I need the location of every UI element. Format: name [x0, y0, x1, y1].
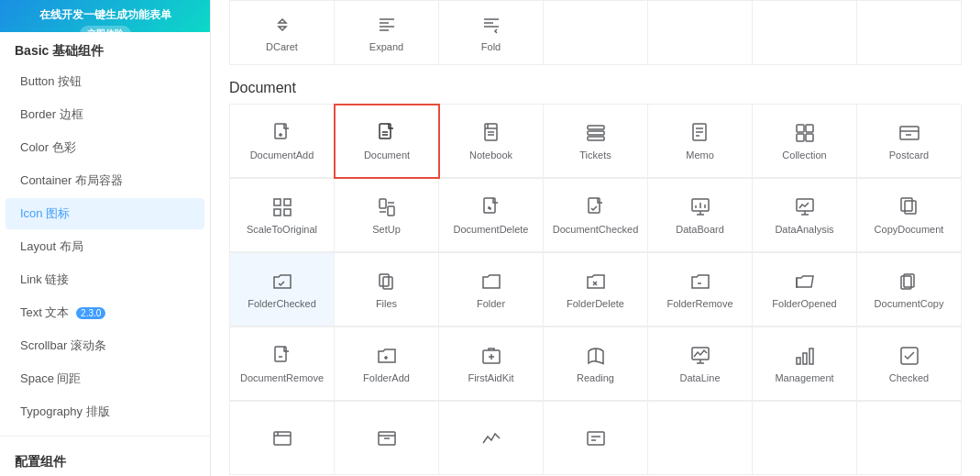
icon-cell-folderopened[interactable]: FolderOpened — [753, 253, 857, 327]
svg-rect-48 — [380, 274, 389, 286]
empty-row5-5 — [753, 402, 857, 475]
sidebar-item-color[interactable]: Color 色彩 — [6, 132, 204, 163]
icon-cell-files[interactable]: Files — [335, 253, 439, 327]
postcard-icon — [898, 122, 920, 144]
sidebar-banner: 在线开发一键生成功能表单 立即体验 — [0, 0, 210, 32]
document-add-icon — [271, 122, 293, 144]
icon-cell-postcard[interactable]: Postcard — [857, 105, 962, 178]
icon-cell-firstaidkit[interactable]: FirstAidKit — [439, 327, 544, 401]
folder-remove-icon — [689, 271, 711, 293]
document-delete-icon — [480, 196, 502, 218]
svg-rect-26 — [284, 199, 291, 205]
icon-cell-reading[interactable]: Reading — [544, 327, 648, 401]
document-copy-icon — [898, 271, 920, 293]
folder-icon — [480, 271, 502, 293]
icon-row5-2 — [480, 427, 502, 449]
icon-cell-documentdelete[interactable]: DocumentDelete — [439, 179, 544, 252]
svg-rect-22 — [900, 127, 919, 139]
setup-icon — [376, 196, 398, 218]
notebook-label: Notebook — [469, 149, 512, 161]
svg-rect-76 — [588, 432, 604, 445]
svg-rect-13 — [588, 137, 604, 140]
svg-rect-47 — [901, 198, 912, 211]
databoard-icon — [689, 196, 711, 218]
svg-rect-43 — [797, 199, 813, 211]
sidebar-item-border[interactable]: Border 边框 — [6, 99, 204, 130]
icon-cell-folderadd[interactable]: FolderAdd — [335, 327, 439, 401]
icon-cell-documentchecked[interactable]: DocumentChecked — [544, 179, 648, 252]
icon-cell-folder[interactable]: Folder — [439, 253, 544, 327]
icon-cell-folderdelete[interactable]: FolderDelete — [544, 253, 648, 327]
svg-rect-27 — [274, 209, 281, 216]
icon-cell-dataline[interactable]: DataLine — [648, 327, 753, 401]
checked-label: Checked — [889, 372, 929, 383]
text-version-badge: 2.3.0 — [76, 307, 105, 319]
copy-document-icon — [898, 196, 920, 218]
svg-rect-66 — [797, 358, 800, 364]
icon-cell-databoard[interactable]: DataBoard — [648, 179, 753, 252]
icon-cell-management[interactable]: Management — [753, 327, 857, 401]
fold-label: Fold — [481, 41, 501, 52]
folderchecked-label: FolderChecked — [248, 298, 316, 309]
config-section-title: 配置组件 — [0, 443, 210, 476]
folderdelete-label: FolderDelete — [567, 298, 624, 309]
folder-label: Folder — [477, 298, 505, 309]
document-row-3: FolderChecked Files Folder FolderDelete … — [229, 252, 962, 327]
icon-cell-copydocument[interactable]: CopyDocument — [857, 179, 962, 252]
sidebar-item-icon[interactable]: Icon 图标 — [6, 198, 204, 229]
sidebar-item-container[interactable]: Container 布局容器 — [6, 165, 204, 196]
icon-cell-document[interactable]: Document — [334, 104, 440, 179]
folder-delete-icon — [585, 271, 607, 293]
firstaidkit-label: FirstAidKit — [468, 372, 513, 383]
sidebar-item-space[interactable]: Space 间距 — [6, 363, 204, 394]
banner-cta[interactable]: 立即体验 — [80, 26, 131, 32]
sidebar-item-button[interactable]: Button 按钮 — [6, 66, 204, 97]
document-remove-icon — [271, 345, 293, 367]
dcaret-icon — [271, 14, 293, 36]
icon-cell-row5-3[interactable] — [544, 402, 648, 475]
folder-add-icon — [376, 345, 398, 367]
sidebar: 在线开发一键生成功能表单 立即体验 Basic 基础组件 Button 按钮 B… — [0, 0, 211, 476]
documentchecked-label: DocumentChecked — [553, 224, 639, 235]
icon-cell-tickets[interactable]: Tickets — [544, 105, 648, 178]
svg-rect-19 — [806, 125, 813, 132]
icon-cell-row5-1[interactable] — [335, 402, 439, 475]
icon-cell-documentcopy[interactable]: DocumentCopy — [857, 253, 962, 327]
sidebar-item-layout[interactable]: Layout 布局 — [6, 231, 204, 262]
sidebar-item-link[interactable]: Link 链接 — [6, 264, 204, 295]
svg-rect-46 — [905, 201, 916, 214]
postcard-label: Postcard — [889, 149, 929, 161]
memo-icon — [689, 122, 711, 144]
icon-cell-notebook[interactable]: Notebook — [439, 105, 544, 178]
icon-cell-collection[interactable]: Collection — [753, 105, 857, 178]
icon-cell-dataanalysis[interactable]: DataAnalysis — [753, 179, 857, 252]
icon-cell-dcaret[interactable]: DCaret — [230, 1, 335, 65]
dcaret-label: DCaret — [266, 41, 298, 52]
icon-cell-documentadd[interactable]: DocumentAdd — [230, 105, 335, 178]
files-label: Files — [376, 298, 397, 309]
sidebar-item-typography[interactable]: Typography 排版 — [6, 396, 204, 427]
empty-row5-4 — [648, 402, 753, 475]
document-section-title: Document — [211, 65, 980, 104]
document-row-2: ScaleToOriginal SetUp DocumentDelete Doc… — [229, 178, 962, 252]
tickets-label: Tickets — [579, 149, 611, 161]
icon-cell-fold[interactable]: Fold — [439, 1, 544, 65]
icon-cell-expand[interactable]: Expand — [335, 1, 439, 65]
icon-cell-documentremove[interactable]: DocumentRemove — [230, 327, 335, 401]
empty-cell-3 — [753, 1, 857, 65]
icon-cell-folderchecked[interactable]: FolderChecked — [230, 253, 335, 327]
documentadd-label: DocumentAdd — [250, 149, 314, 161]
expand-icon — [376, 14, 398, 36]
sidebar-item-text[interactable]: Text 文本 2.3.0 — [6, 297, 204, 328]
sidebar-item-scrollbar[interactable]: Scrollbar 滚动条 — [6, 330, 204, 361]
icon-cell-memo[interactable]: Memo — [648, 105, 753, 178]
svg-rect-20 — [797, 134, 804, 141]
icon-cell-row5-0[interactable] — [230, 402, 335, 475]
svg-rect-30 — [388, 206, 394, 216]
folderremove-label: FolderRemove — [666, 298, 732, 309]
icon-cell-scaletooriginal[interactable]: ScaleToOriginal — [230, 179, 335, 252]
icon-cell-row5-2[interactable] — [439, 402, 544, 475]
icon-cell-checked[interactable]: Checked — [857, 327, 962, 401]
icon-cell-setup[interactable]: SetUp — [335, 179, 439, 252]
icon-cell-folderremove[interactable]: FolderRemove — [648, 253, 753, 327]
